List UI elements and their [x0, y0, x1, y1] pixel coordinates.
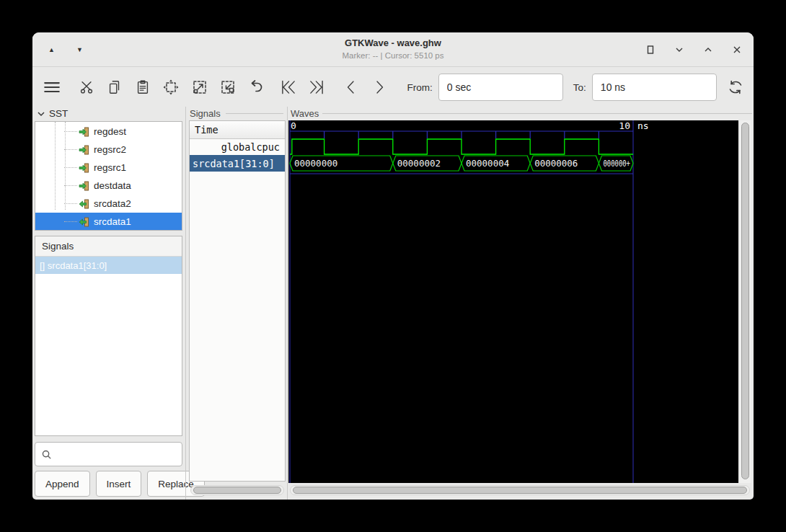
waves-vscrollbar[interactable] [740, 120, 751, 483]
sst-label: SST [49, 108, 68, 119]
gtkwave-window: ▲ ▼ GTKWave - wave.ghw Marker: -- | Curs… [32, 32, 754, 500]
tree-item-destdata[interactable]: destdata [35, 177, 182, 195]
prev-edge-icon[interactable] [340, 75, 361, 99]
paste-icon[interactable] [132, 75, 153, 99]
waves-hscrollbar[interactable] [290, 485, 750, 495]
signals-list-item[interactable]: [] srcdata1[31:0] [35, 257, 182, 274]
signal-name-srcdata1[interactable]: srcdata1[31:0] [190, 155, 285, 172]
maximize-icon[interactable] [702, 43, 715, 56]
tree-item-regsrc2[interactable]: regsrc2 [35, 141, 182, 159]
waves-frame-line [322, 113, 752, 114]
waves-frame-label: Waves [291, 108, 322, 119]
pane-splitter-left[interactable] [185, 107, 186, 500]
toolbar: From: To: [32, 68, 754, 107]
to-input[interactable] [592, 74, 717, 101]
zoom-fit-icon[interactable] [161, 75, 182, 99]
signal-name-panel: Time globalcpuc srcdata1[31:0] [189, 120, 286, 482]
append-button[interactable]: Append [35, 471, 90, 497]
sst-signals-list: Signals [] srcdata1[31:0] [35, 236, 182, 436]
fullscreen-icon[interactable] [644, 43, 657, 56]
signal-panel-hscrollbar[interactable] [190, 485, 284, 495]
reload-icon[interactable] [725, 75, 746, 99]
skip-to-end-icon[interactable] [306, 75, 327, 99]
copy-icon[interactable] [104, 75, 125, 99]
signal-name-globalcpuc[interactable]: globalcpuc [190, 139, 285, 155]
scrollbar-thumb[interactable] [193, 487, 281, 494]
svg-text:ns: ns [637, 120, 649, 131]
sst-expander[interactable]: SST [37, 108, 68, 119]
titlebar[interactable]: ▲ ▼ GTKWave - wave.ghw Marker: -- | Curs… [32, 32, 754, 67]
signal-search[interactable] [35, 442, 182, 466]
cut-icon[interactable] [76, 75, 97, 99]
skip-to-start-icon[interactable] [278, 75, 299, 99]
signal-in-icon [79, 144, 90, 156]
tree-item-regsrc1[interactable]: regsrc1 [35, 159, 182, 177]
wave-canvas[interactable]: 010ns00000000000000020000000400000006000… [288, 120, 738, 483]
tree-item-srcdata1[interactable]: srcdata1 [35, 213, 182, 231]
insert-button[interactable]: Insert [96, 471, 142, 497]
close-icon[interactable] [730, 43, 743, 56]
tree-item-regdest[interactable]: regdest [35, 123, 182, 141]
svg-text:0: 0 [291, 120, 296, 131]
signal-in-icon [79, 180, 90, 192]
svg-text:00000000: 00000000 [294, 158, 337, 169]
zoom-out-icon[interactable] [217, 75, 238, 99]
signals-frame-line [226, 113, 283, 114]
tree-item-srcdata2[interactable]: srcdata2 [35, 195, 182, 213]
scrollbar-thumb[interactable] [741, 123, 749, 479]
zoom-in-icon[interactable] [189, 75, 210, 99]
signal-out-icon [79, 216, 90, 228]
menu-icon[interactable] [41, 75, 63, 99]
signal-out-icon [79, 198, 90, 210]
signals-frame-label: Signals [190, 108, 224, 119]
from-input[interactable] [438, 74, 563, 101]
scrollbar-thumb[interactable] [293, 487, 747, 494]
pane-splitter-right[interactable] [287, 107, 288, 500]
search-icon [41, 449, 52, 460]
sst-tree: regdest regsrc2 regsrc1 destdata srcdata… [35, 121, 182, 231]
svg-text:10: 10 [619, 120, 630, 131]
svg-text:000000+: 000000+ [603, 158, 630, 169]
next-edge-icon[interactable] [368, 75, 389, 99]
undo-icon[interactable] [245, 75, 266, 99]
signal-in-icon [79, 126, 90, 138]
svg-text:00000002: 00000002 [397, 158, 441, 169]
time-header[interactable]: Time [190, 121, 285, 139]
search-input[interactable] [56, 449, 172, 460]
svg-text:00000004: 00000004 [466, 158, 509, 169]
from-label: From: [407, 82, 433, 93]
minimize-icon[interactable] [673, 43, 686, 56]
chevron-down-icon [37, 110, 45, 118]
to-label: To: [573, 82, 586, 93]
signal-in-icon [79, 162, 90, 174]
signals-column-header[interactable]: Signals [35, 236, 182, 257]
svg-text:00000006: 00000006 [534, 158, 578, 169]
